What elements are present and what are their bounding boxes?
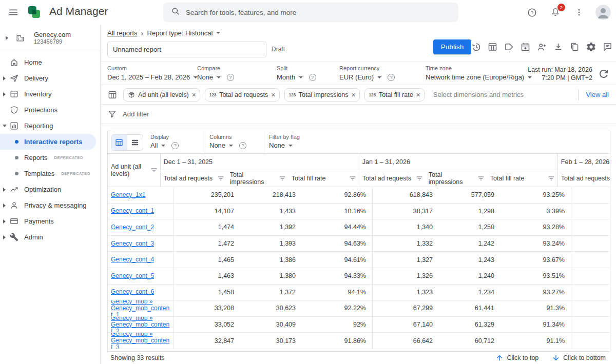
cell-feb-clipped — [571, 204, 610, 219]
share-icon[interactable] — [536, 42, 547, 52]
download-icon[interactable] — [553, 42, 564, 52]
sidebar-item-protections[interactable]: Protections — [0, 102, 100, 118]
report-name-input[interactable] — [107, 42, 266, 57]
ad-unit-link[interactable]: Genecy_cont_5 — [111, 273, 154, 279]
report-type-selector[interactable]: Report type: Historical — [147, 29, 221, 37]
add-filter-input[interactable]: Add filter — [123, 110, 149, 118]
col-header-total-fill-rate[interactable]: Total fill rate — [288, 170, 359, 187]
settings-icon[interactable] — [586, 42, 596, 52]
currency-picker[interactable]: Report currency EUR (Euro)? — [339, 65, 395, 81]
filter-list-icon[interactable] — [217, 174, 225, 183]
remove-chip-icon[interactable]: × — [351, 91, 355, 98]
columns-selector[interactable]: Columns None? — [209, 134, 246, 149]
dimension-chip-ad-unit[interactable]: Ad unit (all levels) × — [123, 88, 200, 102]
help-icon[interactable]: ? — [388, 74, 395, 81]
run-history-icon[interactable] — [471, 42, 482, 52]
ad-unit-link[interactable]: Genecy_cont_6 — [111, 289, 154, 295]
feedback-icon[interactable] — [602, 42, 613, 52]
help-icon[interactable]: ? — [227, 74, 234, 81]
ad-unit-link[interactable]: Genecy_cont_2 — [111, 224, 154, 231]
sidebar-item-interactive-reports[interactable]: Interactive reports — [0, 134, 96, 150]
cell-total-impressions: 30,173 — [240, 333, 302, 349]
cell-total-ad-requests: 67,140 — [373, 317, 439, 333]
remove-chip-icon[interactable]: × — [271, 91, 275, 98]
help-icon[interactable]: ? — [525, 5, 539, 19]
schedule-icon[interactable] — [520, 42, 531, 52]
split-picker[interactable]: Split Month? — [277, 65, 316, 81]
table-row: Genecy_mob » Genecy_mob_content_1 33,208… — [108, 300, 610, 317]
remove-chip-icon[interactable]: × — [192, 91, 196, 98]
network-selector[interactable]: Genecy.com 123456789 — [0, 25, 100, 51]
top-app-bar: Ad Manager ? 2 — [0, 0, 616, 25]
ad-unit-link[interactable]: Genecy_mob » Genecy_mob_content_1 — [111, 300, 170, 316]
publish-button[interactable]: Publish — [433, 39, 471, 54]
filter-list-icon[interactable] — [278, 174, 286, 183]
ad-unit-link[interactable]: Genecy_cont_4 — [111, 256, 154, 263]
more-options-icon[interactable] — [572, 5, 586, 19]
filter-list-icon[interactable] — [415, 174, 424, 183]
sidebar-item-home[interactable]: Home — [0, 54, 100, 70]
avatar[interactable] — [595, 5, 611, 20]
click-to-top-button[interactable]: Click to top — [495, 354, 538, 362]
help-icon[interactable]: ? — [309, 74, 316, 81]
help-icon[interactable]: ? — [239, 142, 246, 149]
metric-chip-total-ad-requests[interactable]: 123 Total ad requests × — [205, 88, 280, 102]
metric-chip-total-impressions[interactable]: 123 Total impressions × — [284, 88, 360, 102]
filter-list-icon[interactable] — [349, 174, 357, 183]
col-header-total-ad-requests[interactable]: Total ad requests — [359, 170, 426, 187]
ad-unit-link[interactable]: Genecy_mob » Genecy_mob_content_3 — [111, 333, 170, 349]
sidebar-item-reports[interactable]: Reports DEPRECATED — [0, 150, 96, 166]
select-dimensions-hint[interactable]: Select dimensions and metrics — [433, 91, 524, 98]
flag-filter-selector[interactable]: Filter by flag None — [269, 134, 300, 149]
date-range-picker[interactable]: Custom Dec 1, 2025 – Feb 28, 2026 — [107, 65, 198, 81]
ad-unit-link[interactable]: Genecy_mob » Genecy_mob_content_2 — [111, 317, 170, 333]
chart-view-toggle[interactable] — [127, 135, 143, 150]
sidebar-item-admin[interactable]: Admin — [0, 229, 100, 245]
help-icon[interactable]: ? — [171, 142, 179, 149]
refresh-icon[interactable] — [598, 68, 610, 80]
col-header-total-ad-requests[interactable]: Total ad requests — [161, 170, 227, 187]
compare-picker[interactable]: Compare None? — [197, 65, 234, 81]
click-to-bottom-button[interactable]: Click to bottom — [552, 354, 606, 362]
breadcrumb-all-reports[interactable]: All reports — [107, 29, 138, 37]
ad-unit-link[interactable]: Genecy_cont_1 — [111, 208, 154, 214]
filter-bar: Add filter — [101, 105, 616, 124]
label-icon[interactable] — [504, 42, 514, 52]
remove-chip-icon[interactable]: × — [416, 91, 420, 98]
sidebar-item-privacy-messaging[interactable]: Privacy & messaging — [0, 197, 100, 213]
sidebar-item-delivery[interactable]: Delivery — [0, 70, 100, 86]
table-icon[interactable] — [107, 90, 118, 100]
ad-unit-link[interactable]: Genecy_1x1 — [111, 192, 145, 198]
search-bar[interactable] — [163, 3, 458, 22]
explore-icon[interactable] — [487, 42, 498, 52]
sidebar-item-payments[interactable]: Payments — [0, 213, 100, 229]
timezone-picker[interactable]: Time zone Network time zone (Europe/Riga… — [426, 65, 532, 81]
table-row: Genecy_1x1 235,201 218,413 92.86% 618,84… — [108, 187, 610, 204]
search-input[interactable] — [186, 9, 451, 16]
col-header-total-impressions[interactable]: Total impressions — [227, 170, 288, 187]
col-header-total-fill-rate[interactable]: Total fill rate — [487, 170, 558, 187]
filter-list-icon[interactable] — [477, 174, 485, 183]
filter-list-icon[interactable] — [150, 166, 158, 174]
sidebar-item-optimization[interactable]: Optimization — [0, 181, 100, 197]
network-name: Genecy.com — [34, 31, 71, 38]
search-icon — [170, 6, 181, 18]
sidebar-item-templates[interactable]: Templates DEPRECATED — [0, 166, 96, 181]
col-header-total-impressions[interactable]: Total impressions — [426, 170, 487, 187]
col-header-ad-unit[interactable]: Ad unit (all levels) — [108, 154, 161, 187]
ad-unit-link[interactable]: Genecy_cont_3 — [111, 240, 154, 247]
cell-total-ad-requests: 1,332 — [373, 236, 439, 252]
sidebar-item-reporting[interactable]: Reporting — [0, 118, 100, 134]
menu-icon[interactable] — [4, 3, 23, 22]
col-header-total-ad-requests[interactable]: Total ad requests — [558, 170, 610, 187]
metric-chip-total-fill-rate[interactable]: 123 Total fill rate × — [364, 88, 425, 102]
display-selector[interactable]: Display All? — [150, 134, 179, 149]
cell-total-fill-rate: 92% — [302, 317, 373, 333]
duplicate-icon[interactable] — [569, 42, 580, 52]
table-view-toggle[interactable] — [111, 135, 127, 150]
chevron-down-icon — [377, 76, 381, 78]
filter-list-icon[interactable] — [547, 174, 555, 183]
sidebar-item-inventory[interactable]: Inventory — [0, 86, 100, 102]
view-all-link[interactable]: View all — [586, 91, 609, 98]
notifications-icon[interactable]: 2 — [548, 5, 563, 19]
